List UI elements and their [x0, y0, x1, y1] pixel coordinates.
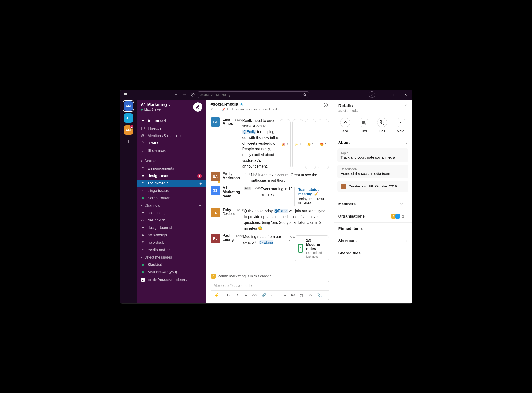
details-files[interactable]: Shared files›: [334, 247, 412, 260]
sidebar-all-unread[interactable]: ≡All unread: [137, 117, 206, 125]
section-dms[interactable]: ▾Direct messages＋: [137, 254, 206, 261]
hamburger-menu[interactable]: ☰: [122, 92, 129, 97]
mention[interactable]: @Elena: [259, 241, 273, 244]
italic-button[interactable]: I: [233, 292, 241, 299]
about-toggle[interactable]: About⌄: [334, 137, 412, 148]
link-button[interactable]: 🔗: [260, 292, 268, 299]
sidebar-mentions[interactable]: @Mentions & reactions: [137, 132, 206, 140]
add-dm-icon[interactable]: ＋: [198, 255, 202, 260]
add-channel-icon[interactable]: ＋: [198, 203, 202, 208]
reaction[interactable]: 👏1: [305, 119, 316, 169]
strike-button[interactable]: S: [242, 292, 250, 299]
avatar[interactable]: EA: [211, 172, 220, 181]
compose-button[interactable]: [193, 102, 202, 112]
avatar[interactable]: LA: [211, 117, 220, 127]
mention-button[interactable]: @: [298, 292, 306, 299]
members-icon[interactable]: 21: [211, 107, 218, 111]
details-shortcuts[interactable]: Shortcuts1›: [334, 235, 412, 247]
add-workspace[interactable]: ＋: [124, 138, 133, 146]
document-card[interactable]: 1/9 Meeting notes Last edited just now: [295, 235, 329, 261]
reaction[interactable]: ✨1: [292, 119, 303, 169]
details-members[interactable]: Members21›: [334, 198, 412, 210]
pins-icon[interactable]: 📌 1: [222, 107, 228, 111]
bold-button[interactable]: B: [225, 292, 232, 299]
list-button[interactable]: ≔: [269, 292, 276, 299]
details-call[interactable]: Call: [377, 118, 387, 133]
attach-button[interactable]: 📎: [315, 292, 323, 299]
dm-self[interactable]: Matt Brewer (you): [137, 269, 206, 276]
topic-card[interactable]: Topic Track and coordinate social media: [338, 148, 408, 162]
post-label[interactable]: Post ▾: [289, 235, 295, 261]
workspace-am2[interactable]: AM 1: [124, 125, 133, 135]
channel-design-team[interactable]: #design-team1: [137, 172, 206, 180]
mention[interactable]: @Elena: [274, 209, 288, 213]
workspace-switcher[interactable]: A1 Marketing ⌄: [141, 102, 171, 107]
message-ts: 12:45: [253, 186, 261, 190]
description-card[interactable]: Description Home of the social media tea…: [338, 165, 408, 178]
section-starred[interactable]: ▾Starred: [137, 157, 206, 165]
message-author[interactable]: Paul Leung: [223, 234, 234, 242]
message-text: No! It was my pleasure! Great to see the…: [251, 172, 329, 184]
channel-design-team-sf[interactable]: #design-team-sf: [137, 224, 206, 231]
channel-media-and-pr[interactable]: #media-and-pr: [137, 246, 206, 254]
reaction[interactable]: 🎉1: [280, 119, 290, 169]
channel-accounting[interactable]: #accounting: [137, 209, 206, 217]
composer-input[interactable]: [211, 281, 329, 290]
history-icon[interactable]: [189, 91, 196, 98]
chevron-down-icon: ⌄: [405, 141, 408, 144]
dm-sarah-parker[interactable]: Sarah Parker: [137, 194, 206, 202]
window-close[interactable]: ✕: [401, 91, 410, 98]
avatar[interactable]: TD: [211, 208, 220, 217]
emoji-button[interactable]: ☺: [307, 292, 314, 299]
message-author[interactable]: Emily Anderson: [223, 172, 242, 180]
more-formatting[interactable]: ⋯: [280, 292, 288, 299]
channel-triage-issues[interactable]: #triage-issues: [137, 187, 206, 194]
reaction[interactable]: 😍1: [318, 119, 329, 169]
calendar-event[interactable]: Team status meeting 📝 Today from 13:00 t…: [295, 187, 329, 206]
details-find[interactable]: Find: [359, 118, 368, 133]
channel-social-media[interactable]: #social-media◈: [137, 180, 206, 187]
message: TD Toby Davies12:58 Quick note: today @E…: [211, 208, 329, 231]
dm-group[interactable]: 2Emily Anderson, Elena …: [137, 276, 206, 283]
close-details[interactable]: ✕: [404, 103, 408, 108]
text-format-button[interactable]: Aa: [289, 292, 297, 299]
details-pinned[interactable]: Pinned items1›: [334, 223, 412, 235]
channel-design-crit[interactable]: design-crit: [137, 217, 206, 224]
sidebar-drafts[interactable]: Drafts: [137, 140, 206, 147]
details-more[interactable]: ⋯More: [396, 118, 406, 133]
nav-forward[interactable]: →: [181, 91, 188, 98]
section-channels[interactable]: ▾Channels＋: [137, 202, 206, 209]
message-list[interactable]: LA Lisa Amos11:55 Really need to give so…: [206, 113, 334, 271]
channel-details-icon[interactable]: [322, 102, 329, 108]
shortcuts-icon[interactable]: ⚡: [213, 292, 221, 299]
channel-name[interactable]: #social-media ★: [211, 102, 279, 107]
workspace-am[interactable]: AM: [124, 101, 133, 111]
message-author[interactable]: Lisa Amos: [223, 117, 233, 126]
avatar[interactable]: 31: [211, 186, 220, 195]
details-add[interactable]: Add: [340, 118, 350, 133]
details-organisations[interactable]: OrganisationsZ2›: [334, 210, 412, 223]
window-maximize[interactable]: ▢: [390, 91, 399, 98]
dm-slackbot[interactable]: Slackbot: [137, 261, 206, 269]
nav-back[interactable]: ←: [173, 91, 179, 98]
drafts-icon: [141, 141, 145, 145]
creator-avatar[interactable]: [341, 184, 346, 189]
mention[interactable]: @Emily: [242, 130, 256, 134]
channel-help-desk[interactable]: #help-desk: [137, 239, 206, 246]
message-author[interactable]: A1 Marketing team: [223, 186, 241, 198]
channel-topic[interactable]: Track and coordinate social media: [232, 107, 279, 111]
window-minimize[interactable]: ─: [379, 91, 388, 98]
message-author[interactable]: Toby Davies: [223, 208, 235, 216]
sidebar-show-more[interactable]: ↓Show more: [137, 147, 206, 154]
channel-help-design[interactable]: #help-design: [137, 231, 206, 239]
help-icon[interactable]: ?: [369, 91, 375, 98]
code-button[interactable]: </>: [251, 292, 259, 299]
sidebar-threads[interactable]: Threads: [137, 125, 206, 132]
workspace-al[interactable]: AL: [124, 113, 133, 123]
avatar[interactable]: PL: [211, 234, 220, 243]
star-icon[interactable]: ★: [240, 102, 243, 107]
search-box[interactable]: [198, 91, 309, 98]
channel-announcements[interactable]: #announcements: [137, 165, 206, 172]
threads-icon: [141, 127, 145, 130]
search-input[interactable]: [200, 93, 301, 97]
